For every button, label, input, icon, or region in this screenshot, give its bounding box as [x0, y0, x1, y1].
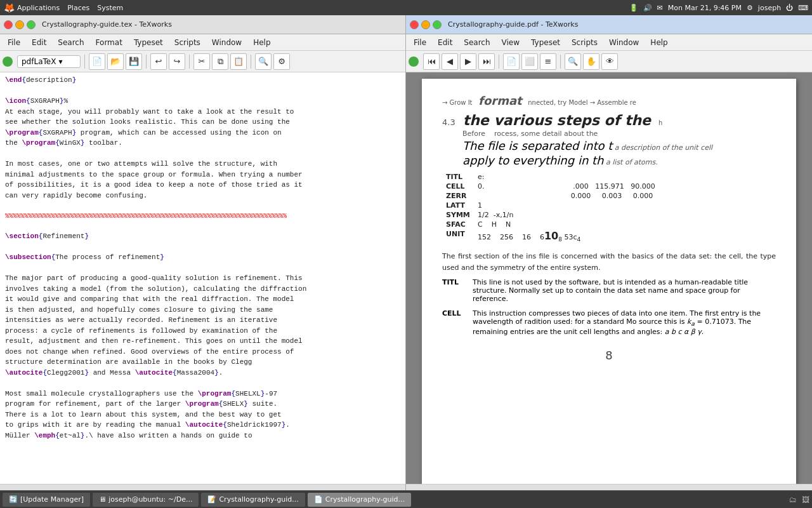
editor-line: [5, 86, 400, 97]
editor-line: In most cases, one or two attempts will …: [5, 159, 400, 170]
pdf-first-page-button[interactable]: ⏮: [423, 53, 440, 70]
pdf-menu-window[interactable]: Window: [604, 37, 644, 48]
editor-line: [5, 221, 400, 232]
pdf-data-table: TITL e: CELL 0. .000 115.971 90.000 ZERR: [442, 172, 776, 243]
editor-line: involves taking a model (from the soluti…: [5, 284, 400, 295]
editor-line: [5, 201, 400, 211]
pdf-menu-help[interactable]: Help: [645, 37, 672, 48]
editor-line: \subsection{The process of refinement}: [5, 252, 400, 263]
pdf-eye-button[interactable]: 👁: [601, 53, 618, 70]
pdf-next-page-button[interactable]: ▶: [460, 53, 476, 70]
pdf-window-buttons: [410, 20, 442, 29]
sep4: [251, 55, 251, 69]
pdf-minimize-button[interactable]: [421, 20, 430, 29]
table-cell-label: TITL: [442, 172, 474, 182]
places-menu[interactable]: Places: [67, 4, 89, 12]
new-button[interactable]: 📄: [89, 53, 105, 70]
pdf-section-header: 4.3 the various steps of the h: [442, 112, 776, 128]
taskbar-item-pdf-viewer[interactable]: 📄 Crystallography-guid...: [308, 493, 411, 507]
dropdown-arrow: ▾: [58, 57, 62, 66]
tex-menu-edit[interactable]: Edit: [27, 37, 51, 48]
pdf-menu-edit[interactable]: Edit: [433, 37, 457, 48]
pdf-maximize-button[interactable]: [433, 20, 442, 29]
editor-line: [5, 149, 400, 159]
tex-menu-help[interactable]: Help: [248, 37, 275, 48]
open-button[interactable]: 📂: [107, 53, 124, 70]
tex-maximize-button[interactable]: [27, 20, 36, 29]
pdf-two-page-button[interactable]: ⬜: [521, 53, 538, 70]
pdf-hand-button[interactable]: ✋: [583, 53, 599, 70]
system-apps[interactable]: 🦊 Applications Places System: [4, 3, 123, 13]
mail-icon: ✉: [657, 4, 663, 12]
pdf-page-view-button[interactable]: 📄: [503, 53, 520, 70]
username: joseph: [758, 4, 781, 12]
tex-title-bar: Crystallography-guide.tex - TeXworks: [0, 15, 405, 34]
pdf-page: → Grow It format nnected, try Model → As…: [422, 79, 796, 484]
table-cell-label: UNIT: [442, 229, 474, 243]
undo-button[interactable]: ↩: [150, 53, 167, 70]
tex-menu-typeset[interactable]: Typeset: [129, 37, 168, 48]
redo-button[interactable]: ↪: [169, 53, 185, 70]
tex-menu-window[interactable]: Window: [207, 37, 247, 48]
system-right: 🔋 🔊 ✉ Mon Mar 21, 9:46 PM ⚙ joseph ⏻ ⌨: [629, 4, 809, 12]
paste-button[interactable]: 📋: [230, 53, 247, 70]
pdf-close-button[interactable]: [410, 20, 419, 29]
applications-menu[interactable]: Applications: [17, 4, 60, 12]
pdf-menu-file[interactable]: File: [409, 37, 431, 48]
table-cell-value: e:: [474, 172, 776, 182]
taskbar-item-terminal[interactable]: 🖥 joseph@ubuntu: ~/De...: [93, 493, 199, 507]
keyboard-icon[interactable]: ⌨: [798, 4, 808, 12]
pdf-titl-label: TITL: [442, 278, 465, 303]
pdf-prev-page-button[interactable]: ◀: [442, 53, 458, 70]
taskbar-item-update-manager[interactable]: 🔄 [Update Manager]: [3, 493, 90, 507]
editor-line: result, adjustment and then re-refinemen…: [5, 336, 400, 347]
pdf-menu-view[interactable]: View: [497, 37, 525, 48]
tex-menu-scripts[interactable]: Scripts: [169, 37, 206, 48]
pdf-menu-scripts[interactable]: Scripts: [566, 37, 603, 48]
pdf-menu-search[interactable]: Search: [459, 37, 495, 48]
pdf-heading-note1: h: [658, 119, 662, 126]
settings-button[interactable]: ⚙: [273, 53, 290, 70]
tex-minimize-button[interactable]: [15, 20, 24, 29]
power-icon[interactable]: ⏻: [786, 4, 793, 12]
tex-editor-content[interactable]: \end{description} \icon{SXGRAPH}% At eac…: [0, 72, 405, 484]
tex-menu-file[interactable]: File: [3, 37, 25, 48]
copy-button[interactable]: ⧉: [212, 53, 228, 70]
volume-icon: 🔊: [643, 4, 652, 12]
pdf-continuous-button[interactable]: ≡: [540, 53, 556, 70]
tex-toolbar: pdfLaTeX ▾ 📄 📂 💾 ↩ ↪ ✂ ⧉ 📋 🔍 ⚙: [0, 51, 405, 72]
pdf-zoom-button[interactable]: 🔍: [565, 53, 581, 70]
tex-close-button[interactable]: [4, 20, 13, 29]
taskbar-label-terminal: joseph@ubuntu: ~/De...: [108, 495, 192, 504]
pdf-viewer-pane: Crystallography-guide.pdf - TeXworks Fil…: [406, 15, 812, 508]
table-cell-value: 0. .000 115.971 90.000: [474, 182, 776, 191]
pdf-last-page-button[interactable]: ⏭: [478, 53, 495, 70]
taskbar-app-icon1: 🗂: [789, 495, 797, 504]
taskbar-label-update: [Update Manager]: [20, 495, 84, 504]
tex-window-buttons: [4, 20, 36, 29]
settings-icon[interactable]: ⚙: [747, 4, 753, 12]
tex-menu-search[interactable]: Search: [53, 37, 89, 48]
save-button[interactable]: 💾: [126, 53, 142, 70]
pdf-para-1: The first section of the ins file is con…: [442, 251, 776, 273]
sep6: [560, 55, 561, 69]
system-menu[interactable]: System: [97, 4, 123, 12]
pdf-menu-typeset[interactable]: Typeset: [526, 37, 565, 48]
cut-button[interactable]: ✂: [193, 53, 210, 70]
search-button[interactable]: 🔍: [255, 53, 272, 70]
editor-line: structure determination are available in…: [5, 357, 400, 368]
taskbar-icon-pdf: 📄: [314, 495, 323, 504]
engine-dropdown[interactable]: pdfLaTeX ▾: [17, 55, 81, 68]
editor-line: of possibilities, it is a good idea to k…: [5, 180, 400, 190]
editor-line: program for refinement, part of the larg…: [5, 399, 400, 410]
table-cell-value: C H N: [474, 220, 776, 229]
pdf-title-bar: Crystallography-guide.pdf - TeXworks: [406, 15, 812, 34]
editor-line: \section{Refinement}: [5, 231, 400, 242]
pdf-run-indicator: [409, 57, 419, 67]
table-cell-value: 1/2 -x,1/n: [474, 210, 776, 220]
editor-line: the \program{WinGX} toolbar.: [5, 138, 400, 149]
taskbar-item-tex-editor[interactable]: 📝 Crystallography-guid...: [201, 493, 304, 507]
pdf-content-area[interactable]: → Grow It format nnected, try Model → As…: [406, 72, 812, 484]
tex-menu-format[interactable]: Format: [91, 37, 128, 48]
pdf-page-number: 8: [442, 349, 776, 362]
